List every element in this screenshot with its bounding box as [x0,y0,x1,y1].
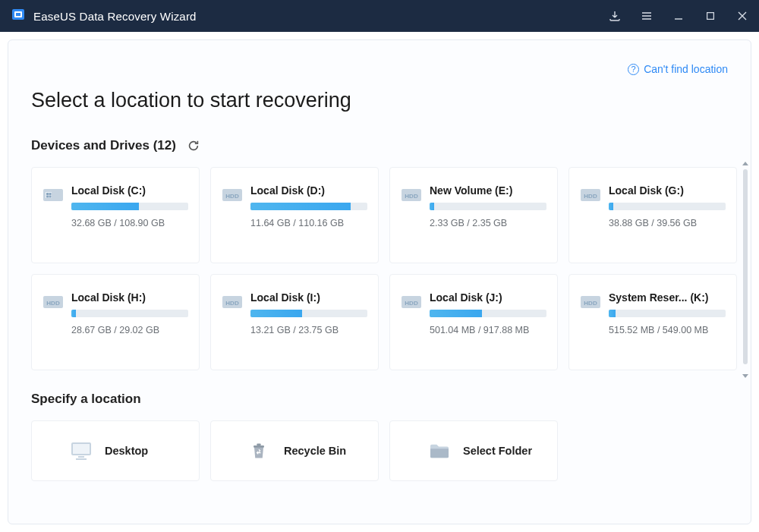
hdd-drive-icon: HDD [401,293,422,311]
folder-icon [428,441,451,461]
help-icon: ? [628,64,639,75]
app-title: EaseUS Data Recovery Wizard [33,10,197,23]
maximize-icon[interactable] [704,10,716,22]
locations-grid: Desktop Recycle Bin Select Folder [31,420,728,481]
drive-stats: 13.21 GB / 23.75 GB [250,325,367,335]
svg-rect-2 [16,13,20,16]
close-icon[interactable] [736,10,748,22]
minimize-icon[interactable] [672,10,685,22]
usage-bar [609,203,726,210]
hdd-drive-icon: HDD [580,186,601,204]
desktop-icon [70,441,93,461]
drive-card[interactable]: Local Disk (C:)32.68 GB / 108.90 GB [31,167,200,263]
usage-bar [430,203,546,210]
scrollbar[interactable] [743,169,748,364]
drive-name: Local Disk (G:) [609,184,726,197]
drive-stats: 501.04 MB / 917.88 MB [430,325,546,335]
usage-bar [71,203,188,210]
svg-rect-7 [49,193,52,195]
location-card[interactable]: Select Folder [389,420,558,481]
hdd-drive-icon: HDD [401,186,422,204]
drive-card[interactable]: HDD Local Disk (H:)28.67 GB / 29.02 GB [31,274,200,370]
location-label: Recycle Bin [284,445,346,457]
svg-text:HDD: HDD [584,193,597,200]
menu-icon[interactable] [641,10,653,22]
svg-rect-8 [46,196,49,198]
drive-stats: 2.33 GB / 2.35 GB [430,218,546,228]
drive-name: System Reser... (K:) [609,291,726,304]
usage-bar [430,310,546,317]
hdd-drive-icon: HDD [580,293,601,311]
svg-rect-9 [49,196,52,198]
svg-rect-29 [257,443,260,445]
svg-rect-26 [78,456,84,458]
main-panel: ? Can't find location Select a location … [8,39,751,524]
refresh-icon[interactable] [187,139,200,153]
drive-name: Local Disk (J:) [430,291,546,304]
help-link[interactable]: ? Can't find location [628,63,728,75]
usage-bar [609,310,726,317]
svg-text:HDD: HDD [225,300,239,307]
hdd-drive-icon: HDD [222,186,243,204]
usage-bar [250,203,367,210]
drive-card[interactable]: HDD Local Disk (G:)38.88 GB / 39.56 GB [568,167,737,263]
os-drive-icon [43,186,64,204]
svg-rect-28 [254,445,264,448]
usage-bar [71,310,188,317]
section-specify-header: Specify a location [31,392,728,407]
download-icon[interactable] [609,10,621,22]
hdd-drive-icon: HDD [43,293,64,311]
svg-text:HDD: HDD [584,300,597,307]
scroll-up-icon[interactable] [742,157,749,165]
section-drives-header: Devices and Drives (12) [31,138,728,153]
drives-grid: Local Disk (C:)32.68 GB / 108.90 GB HDD … [31,167,728,370]
recycle-icon [249,441,272,461]
location-card[interactable]: Desktop [31,420,200,481]
location-label: Desktop [105,445,148,457]
hdd-drive-icon: HDD [222,293,243,311]
location-label: Select Folder [463,445,532,457]
help-link-label: Can't find location [644,63,728,75]
drive-card[interactable]: HDD New Volume (E:)2.33 GB / 2.35 GB [389,167,558,263]
drive-stats: 28.67 GB / 29.02 GB [71,325,188,335]
drive-stats: 11.64 GB / 110.16 GB [250,218,367,228]
drive-stats: 38.88 GB / 39.56 GB [609,218,726,228]
drive-name: Local Disk (H:) [71,291,188,304]
drive-card[interactable]: HDD Local Disk (I:)13.21 GB / 23.75 GB [210,274,379,370]
svg-text:HDD: HDD [405,300,418,307]
svg-rect-27 [76,458,87,460]
page-title: Select a location to start recovering [31,89,728,112]
svg-text:HDD: HDD [405,193,418,200]
svg-text:HDD: HDD [225,193,239,200]
svg-rect-6 [46,193,49,195]
drive-card[interactable]: HDD Local Disk (D:)11.64 GB / 110.16 GB [210,167,379,263]
titlebar: EaseUS Data Recovery Wizard [0,0,759,32]
scroll-down-icon[interactable] [742,369,749,376]
svg-rect-3 [707,13,714,20]
drive-card[interactable]: HDD Local Disk (J:)501.04 MB / 917.88 MB [389,274,558,370]
svg-text:HDD: HDD [46,300,60,307]
drive-stats: 515.52 MB / 549.00 MB [609,325,726,335]
drive-name: Local Disk (D:) [250,184,367,197]
app-logo-icon [11,7,26,25]
usage-bar [250,310,367,317]
drive-stats: 32.68 GB / 108.90 GB [71,218,188,228]
drive-name: New Volume (E:) [430,184,546,197]
drive-name: Local Disk (C:) [71,184,188,197]
drive-card[interactable]: HDD System Reser... (K:)515.52 MB / 549.… [568,274,737,370]
drive-name: Local Disk (I:) [250,291,367,304]
location-card[interactable]: Recycle Bin [210,420,379,481]
svg-rect-25 [73,444,90,454]
